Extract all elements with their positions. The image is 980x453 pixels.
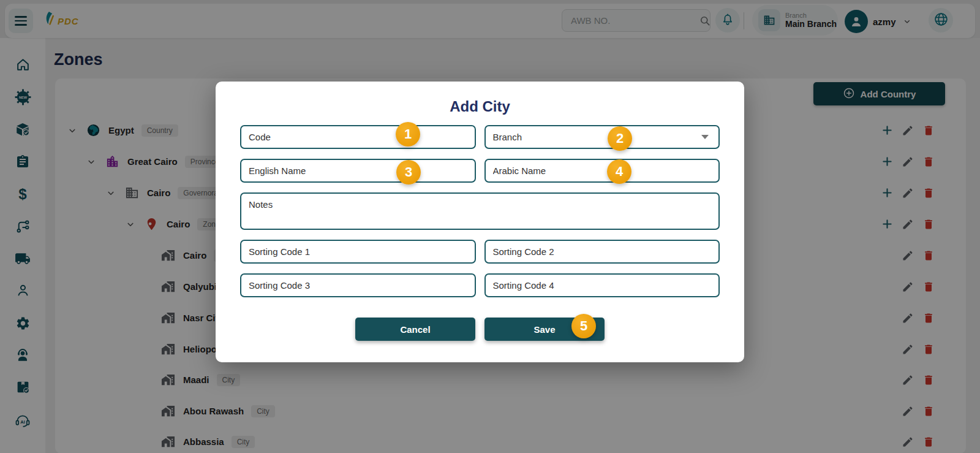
- notes-textarea[interactable]: [240, 192, 720, 230]
- modal-form: Branch: [216, 125, 744, 297]
- sorting-code-3-input[interactable]: [240, 273, 476, 297]
- arabic-name-input[interactable]: [484, 159, 720, 183]
- sorting-code-4-input[interactable]: [484, 273, 720, 297]
- annotation-badge-4: 4: [607, 159, 631, 184]
- annotation-badge-2: 2: [608, 126, 632, 151]
- english-name-input[interactable]: [240, 159, 476, 183]
- annotation-badge-1: 1: [396, 122, 420, 147]
- modal-title: Add City: [216, 98, 744, 115]
- branch-select[interactable]: Branch: [484, 125, 720, 149]
- sorting-code-2-input[interactable]: [484, 240, 720, 264]
- cancel-button[interactable]: Cancel: [355, 318, 475, 341]
- annotation-badge-5: 5: [571, 314, 596, 338]
- modal-buttons: Cancel Save: [216, 318, 744, 341]
- branch-select-value: Branch: [493, 132, 522, 142]
- dropdown-caret-icon: [701, 135, 709, 139]
- add-city-modal: Add City Branch Cancel Save 12345: [216, 82, 744, 362]
- code-input[interactable]: [240, 125, 476, 149]
- annotation-badge-3: 3: [396, 160, 421, 185]
- app-root: PDC: [0, 0, 980, 453]
- sorting-code-1-input[interactable]: [240, 240, 476, 264]
